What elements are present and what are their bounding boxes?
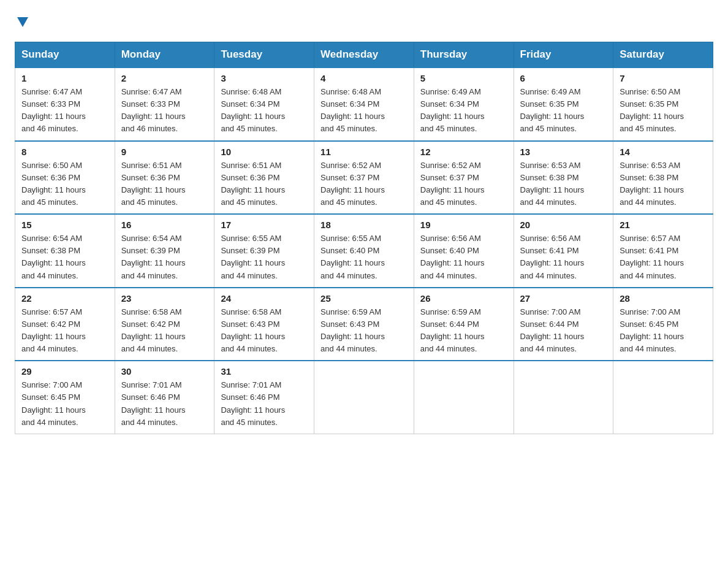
calendar-week-3: 15 Sunrise: 6:54 AMSunset: 6:38 PMDaylig…: [15, 214, 713, 288]
day-number: 28: [620, 293, 707, 304]
calendar-day-3: 3 Sunrise: 6:48 AMSunset: 6:34 PMDayligh…: [214, 67, 314, 141]
day-info: Sunrise: 7:00 AMSunset: 6:44 PMDaylight:…: [520, 307, 585, 353]
day-number: 23: [121, 293, 208, 304]
day-number: 25: [320, 293, 408, 304]
svg-marker-0: [17, 17, 28, 27]
day-info: Sunrise: 6:55 AMSunset: 6:40 PMDaylight:…: [320, 234, 385, 280]
calendar-day-30: 30 Sunrise: 7:01 AMSunset: 6:46 PMDaylig…: [115, 361, 214, 434]
calendar-day-4: 4 Sunrise: 6:48 AMSunset: 6:34 PMDayligh…: [314, 67, 414, 141]
calendar-day-5: 5 Sunrise: 6:49 AMSunset: 6:34 PMDayligh…: [414, 67, 514, 141]
day-info: Sunrise: 6:55 AMSunset: 6:39 PMDaylight:…: [221, 234, 285, 280]
weekday-header-wednesday: Wednesday: [314, 42, 414, 68]
calendar-day-20: 20 Sunrise: 6:56 AMSunset: 6:41 PMDaylig…: [514, 214, 613, 288]
day-number: 21: [620, 220, 707, 230]
day-info: Sunrise: 6:47 AMSunset: 6:33 PMDaylight:…: [121, 87, 186, 133]
day-number: 20: [520, 220, 607, 230]
weekday-header-friday: Friday: [514, 42, 613, 68]
day-number: 19: [420, 220, 507, 230]
day-info: Sunrise: 6:50 AMSunset: 6:36 PMDaylight:…: [21, 161, 86, 207]
day-number: 8: [21, 147, 108, 157]
day-info: Sunrise: 6:48 AMSunset: 6:34 PMDaylight:…: [221, 87, 285, 133]
day-number: 31: [221, 366, 308, 377]
calendar-day-21: 21 Sunrise: 6:57 AMSunset: 6:41 PMDaylig…: [613, 214, 713, 288]
day-number: 16: [121, 220, 208, 230]
day-info: Sunrise: 7:01 AMSunset: 6:46 PMDaylight:…: [221, 380, 285, 426]
calendar-day-23: 23 Sunrise: 6:58 AMSunset: 6:42 PMDaylig…: [115, 288, 214, 361]
day-info: Sunrise: 6:47 AMSunset: 6:33 PMDaylight:…: [21, 87, 86, 133]
calendar-day-19: 19 Sunrise: 6:56 AMSunset: 6:40 PMDaylig…: [414, 214, 514, 288]
day-number: 22: [21, 293, 108, 304]
day-number: 26: [420, 293, 507, 304]
day-info: Sunrise: 6:51 AMSunset: 6:36 PMDaylight:…: [121, 161, 186, 207]
day-info: Sunrise: 6:58 AMSunset: 6:43 PMDaylight:…: [221, 307, 285, 353]
day-info: Sunrise: 7:01 AMSunset: 6:46 PMDaylight:…: [121, 380, 186, 426]
day-number: 2: [121, 73, 208, 83]
calendar-week-1: 1 Sunrise: 6:47 AMSunset: 6:33 PMDayligh…: [15, 67, 713, 141]
day-number: 7: [620, 73, 707, 83]
calendar-day-29: 29 Sunrise: 7:00 AMSunset: 6:45 PMDaylig…: [15, 361, 115, 434]
empty-cell: [613, 361, 713, 434]
weekday-header-thursday: Thursday: [414, 42, 514, 68]
calendar-day-1: 1 Sunrise: 6:47 AMSunset: 6:33 PMDayligh…: [15, 67, 115, 141]
day-info: Sunrise: 6:54 AMSunset: 6:38 PMDaylight:…: [21, 234, 86, 280]
calendar-day-7: 7 Sunrise: 6:50 AMSunset: 6:35 PMDayligh…: [613, 67, 713, 141]
day-number: 30: [121, 366, 208, 377]
day-info: Sunrise: 6:49 AMSunset: 6:35 PMDaylight:…: [520, 87, 585, 133]
calendar-week-5: 29 Sunrise: 7:00 AMSunset: 6:45 PMDaylig…: [15, 361, 713, 434]
calendar-day-31: 31 Sunrise: 7:01 AMSunset: 6:46 PMDaylig…: [214, 361, 314, 434]
day-number: 10: [221, 147, 308, 157]
weekday-header-sunday: Sunday: [15, 42, 115, 68]
day-number: 3: [221, 73, 308, 83]
logo: [15, 15, 29, 31]
weekday-header-saturday: Saturday: [613, 42, 713, 68]
calendar-day-28: 28 Sunrise: 7:00 AMSunset: 6:45 PMDaylig…: [613, 288, 713, 361]
calendar-day-25: 25 Sunrise: 6:59 AMSunset: 6:43 PMDaylig…: [314, 288, 414, 361]
calendar-day-9: 9 Sunrise: 6:51 AMSunset: 6:36 PMDayligh…: [115, 141, 214, 215]
weekday-header-monday: Monday: [115, 42, 214, 68]
day-info: Sunrise: 7:00 AMSunset: 6:45 PMDaylight:…: [620, 307, 684, 353]
day-info: Sunrise: 6:53 AMSunset: 6:38 PMDaylight:…: [620, 161, 684, 207]
day-number: 11: [320, 147, 408, 157]
day-number: 1: [21, 73, 108, 83]
day-number: 18: [320, 220, 408, 230]
day-info: Sunrise: 6:59 AMSunset: 6:43 PMDaylight:…: [320, 307, 385, 353]
weekday-header-tuesday: Tuesday: [214, 42, 314, 68]
day-info: Sunrise: 6:54 AMSunset: 6:39 PMDaylight:…: [121, 234, 186, 280]
day-number: 12: [420, 147, 507, 157]
day-info: Sunrise: 6:59 AMSunset: 6:44 PMDaylight:…: [420, 307, 485, 353]
day-number: 5: [420, 73, 507, 83]
page-header: [15, 15, 713, 31]
calendar-header-row: SundayMondayTuesdayWednesdayThursdayFrid…: [15, 42, 713, 68]
calendar-day-16: 16 Sunrise: 6:54 AMSunset: 6:39 PMDaylig…: [115, 214, 214, 288]
day-number: 13: [520, 147, 607, 157]
calendar-week-4: 22 Sunrise: 6:57 AMSunset: 6:42 PMDaylig…: [15, 288, 713, 361]
calendar-day-10: 10 Sunrise: 6:51 AMSunset: 6:36 PMDaylig…: [214, 141, 314, 215]
calendar-table: SundayMondayTuesdayWednesdayThursdayFrid…: [15, 42, 713, 434]
logo-triangle-icon: [16, 15, 29, 28]
day-info: Sunrise: 6:49 AMSunset: 6:34 PMDaylight:…: [420, 87, 485, 133]
calendar-day-24: 24 Sunrise: 6:58 AMSunset: 6:43 PMDaylig…: [214, 288, 314, 361]
empty-cell: [514, 361, 613, 434]
day-info: Sunrise: 7:00 AMSunset: 6:45 PMDaylight:…: [21, 380, 86, 426]
calendar-day-27: 27 Sunrise: 7:00 AMSunset: 6:44 PMDaylig…: [514, 288, 613, 361]
day-number: 24: [221, 293, 308, 304]
day-number: 9: [121, 147, 208, 157]
day-info: Sunrise: 6:52 AMSunset: 6:37 PMDaylight:…: [320, 161, 385, 207]
day-info: Sunrise: 6:57 AMSunset: 6:41 PMDaylight:…: [620, 234, 684, 280]
day-number: 6: [520, 73, 607, 83]
calendar-day-13: 13 Sunrise: 6:53 AMSunset: 6:38 PMDaylig…: [514, 141, 613, 215]
calendar-day-14: 14 Sunrise: 6:53 AMSunset: 6:38 PMDaylig…: [613, 141, 713, 215]
day-number: 27: [520, 293, 607, 304]
calendar-day-2: 2 Sunrise: 6:47 AMSunset: 6:33 PMDayligh…: [115, 67, 214, 141]
calendar-day-6: 6 Sunrise: 6:49 AMSunset: 6:35 PMDayligh…: [514, 67, 613, 141]
day-info: Sunrise: 6:51 AMSunset: 6:36 PMDaylight:…: [221, 161, 285, 207]
day-info: Sunrise: 6:57 AMSunset: 6:42 PMDaylight:…: [21, 307, 86, 353]
empty-cell: [414, 361, 514, 434]
day-info: Sunrise: 6:50 AMSunset: 6:35 PMDaylight:…: [620, 87, 684, 133]
day-number: 17: [221, 220, 308, 230]
calendar-day-26: 26 Sunrise: 6:59 AMSunset: 6:44 PMDaylig…: [414, 288, 514, 361]
day-number: 15: [21, 220, 108, 230]
calendar-day-11: 11 Sunrise: 6:52 AMSunset: 6:37 PMDaylig…: [314, 141, 414, 215]
day-info: Sunrise: 6:53 AMSunset: 6:38 PMDaylight:…: [520, 161, 585, 207]
calendar-day-12: 12 Sunrise: 6:52 AMSunset: 6:37 PMDaylig…: [414, 141, 514, 215]
